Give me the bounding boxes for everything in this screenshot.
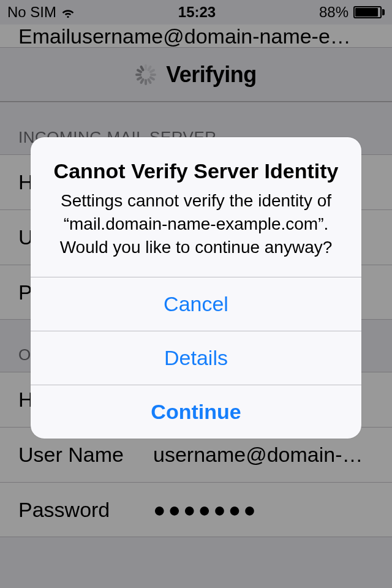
carrier-text: No SIM (7, 4, 56, 21)
alert-dialog: Cannot Verify Server Identity Settings c… (31, 137, 361, 439)
cancel-button[interactable]: Cancel (31, 277, 361, 331)
battery-icon (353, 6, 385, 18)
clock-text: 15:23 (178, 4, 216, 21)
details-button[interactable]: Details (31, 331, 361, 385)
alert-message: Settings cannot verify the identity of “… (48, 189, 344, 258)
battery-percent: 88% (319, 4, 349, 21)
alert-title: Cannot Verify Server Identity (48, 159, 344, 183)
wifi-icon (61, 6, 75, 19)
continue-button[interactable]: Continue (31, 385, 361, 439)
